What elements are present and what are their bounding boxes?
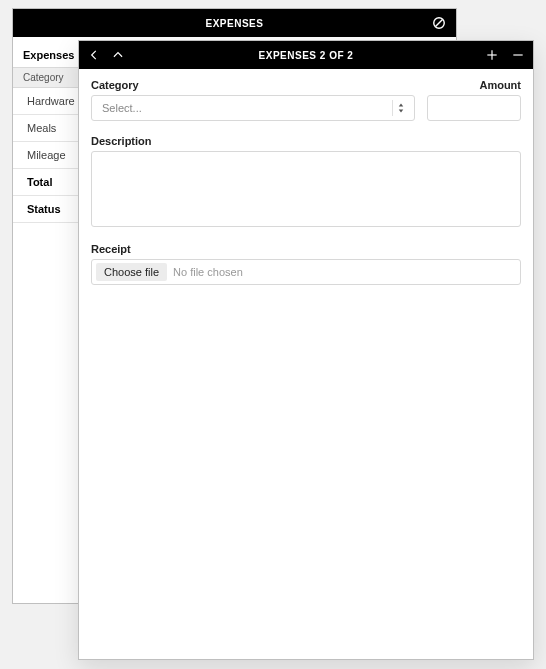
- category-select-placeholder: Select...: [102, 102, 142, 114]
- file-status-text: No file chosen: [173, 266, 243, 278]
- titlebar-right-controls: [485, 41, 525, 69]
- cancel-icon[interactable]: [432, 16, 446, 30]
- amount-label: Amount: [427, 79, 521, 95]
- category-label: Category: [91, 79, 415, 95]
- description-input[interactable]: [91, 151, 521, 227]
- svg-marker-6: [398, 110, 403, 113]
- back-window-titlebar: EXPENSES: [13, 9, 456, 37]
- back-icon[interactable]: [87, 48, 101, 62]
- svg-marker-5: [398, 104, 403, 107]
- expense-detail-window: EXPENSES 2 OF 2 Category Select...: [78, 40, 534, 660]
- choose-file-button[interactable]: Choose file: [96, 263, 167, 281]
- chevron-up-down-icon: [392, 100, 408, 116]
- plus-icon[interactable]: [485, 48, 499, 62]
- receipt-label: Receipt: [91, 243, 521, 259]
- svg-line-1: [436, 20, 443, 27]
- back-window-title: EXPENSES: [206, 18, 264, 29]
- amount-input[interactable]: [427, 95, 521, 121]
- description-label: Description: [91, 135, 521, 151]
- up-icon[interactable]: [111, 48, 125, 62]
- titlebar-left-controls: [87, 41, 125, 69]
- front-window-title: EXPENSES 2 OF 2: [259, 50, 354, 61]
- front-window-titlebar: EXPENSES 2 OF 2: [79, 41, 533, 69]
- minus-icon[interactable]: [511, 48, 525, 62]
- expense-form: Category Select... Amount Description Re…: [79, 69, 533, 295]
- category-select[interactable]: Select...: [91, 95, 415, 121]
- file-chooser: Choose file No file chosen: [91, 259, 521, 285]
